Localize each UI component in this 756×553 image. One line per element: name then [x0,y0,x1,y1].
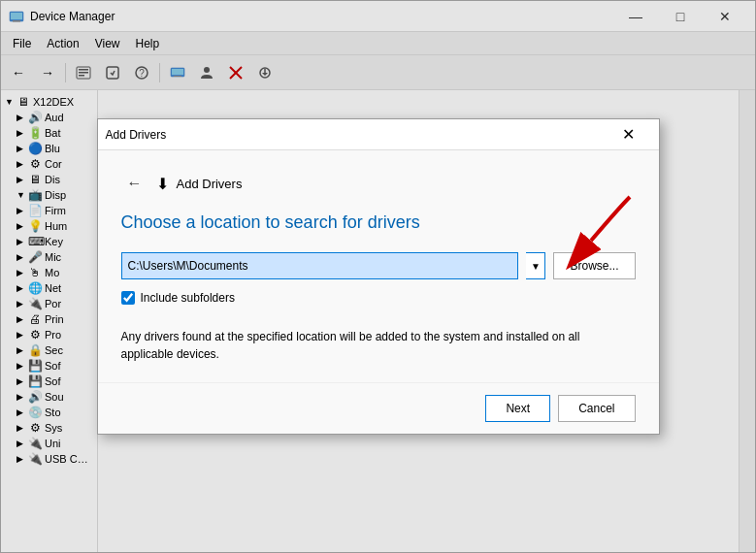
dialog-header-icon: ⬇ [156,175,169,193]
dialog-close-button[interactable]: ✕ [607,119,651,150]
path-dropdown-button[interactable]: ▼ [526,252,545,279]
dialog-overlay: Add Drivers ✕ ← ⬇ Add Drivers Choose a l… [1,90,755,552]
dialog-header: ← ⬇ Add Drivers [121,170,636,197]
include-subfolders-label[interactable]: Include subfolders [141,291,235,305]
path-row: ▼ Browse... [121,252,636,279]
main-window: Device Manager — □ ✕ File Action View He… [0,0,756,553]
info-text: Any drivers found at the specified locat… [121,328,636,363]
add-drivers-dialog: Add Drivers ✕ ← ⬇ Add Drivers Choose a l… [97,118,660,435]
dialog-title-bar: Add Drivers ✕ [98,119,659,150]
dialog-body: ← ⬇ Add Drivers Choose a location to sea… [98,150,659,382]
checkbox-row: Include subfolders [121,291,636,305]
dialog-heading: Choose a location to search for drivers [121,212,636,233]
content-area: ▼ 🖥 X12DEX ▶ 🔊 Aud ▶ 🔋 Bat ▶ 🔵 Blu ▶ [1,90,755,552]
browse-button[interactable]: Browse... [553,252,635,279]
include-subfolders-checkbox[interactable] [121,291,135,305]
dialog-title-text: Add Drivers [106,128,607,142]
dialog-back-button[interactable]: ← [121,170,148,197]
dialog-header-title: Add Drivers [177,177,243,191]
cancel-button[interactable]: Cancel [558,395,635,422]
next-button[interactable]: Next [485,395,550,422]
path-input[interactable] [121,252,519,279]
dialog-footer: Next Cancel [98,382,659,434]
